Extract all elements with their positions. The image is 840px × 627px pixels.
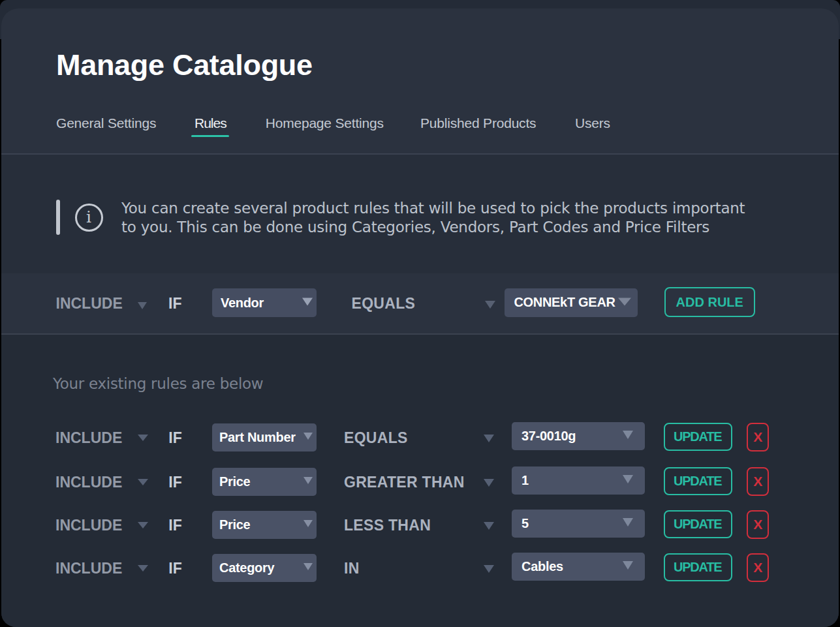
rule-include-label[interactable]: INCLUDE bbox=[55, 474, 122, 491]
rule-if-label: IF bbox=[168, 517, 181, 534]
rule-field-caret-icon bbox=[303, 563, 313, 572]
rule-value-caret-icon bbox=[623, 431, 633, 441]
update-rule-button[interactable]: UPDATE bbox=[664, 553, 732, 582]
rule-field-caret-icon bbox=[303, 433, 313, 442]
rule-value-dropdown[interactable]: 1 bbox=[512, 466, 645, 495]
rule-value-dropdown[interactable]: 5 bbox=[512, 510, 645, 538]
rule-value-value: 37-0010g bbox=[521, 429, 576, 444]
tab-published-products[interactable]: Published Products bbox=[420, 115, 536, 131]
rule-operator-caret-icon[interactable] bbox=[484, 479, 494, 489]
rule-include-caret-icon[interactable] bbox=[138, 565, 148, 573]
builder-value-caret-icon bbox=[618, 298, 631, 307]
rule-include-label[interactable]: INCLUDE bbox=[55, 517, 122, 534]
delete-rule-button-label: X bbox=[753, 560, 762, 575]
builder-field-value: Vendor bbox=[221, 296, 264, 311]
update-rule-button[interactable]: UPDATE bbox=[664, 510, 732, 539]
update-rule-button-label: UPDATE bbox=[674, 560, 722, 575]
rule-value-caret-icon bbox=[623, 561, 633, 572]
page-title: Manage Catalogue bbox=[56, 48, 313, 82]
rule-include-label[interactable]: INCLUDE bbox=[55, 560, 122, 577]
delete-rule-button-label: X bbox=[753, 474, 762, 489]
delete-rule-button[interactable]: X bbox=[747, 510, 769, 539]
builder-include-caret-icon[interactable] bbox=[138, 302, 147, 311]
rule-operator-label[interactable]: GREATER THAN bbox=[344, 474, 465, 491]
rule-include-label[interactable]: INCLUDE bbox=[55, 429, 122, 447]
add-rule-button-label: ADD RULE bbox=[676, 295, 743, 310]
rule-field-dropdown[interactable]: Price bbox=[212, 468, 317, 496]
rule-value-value: Cables bbox=[521, 559, 563, 574]
update-rule-button[interactable]: UPDATE bbox=[664, 467, 732, 496]
delete-rule-button-label: X bbox=[753, 517, 762, 532]
info-accent-bar bbox=[56, 200, 60, 235]
rule-include-caret-icon[interactable] bbox=[138, 435, 148, 443]
delete-rule-button[interactable]: X bbox=[747, 423, 769, 451]
tab-homepage-settings[interactable]: Homepage Settings bbox=[266, 115, 384, 131]
rule-field-value: Price bbox=[219, 517, 250, 532]
window: Manage Catalogue General Settings Rules … bbox=[0, 0, 840, 627]
rule-field-caret-icon bbox=[303, 477, 313, 486]
tab-users[interactable]: Users bbox=[575, 115, 610, 131]
rule-operator-label[interactable]: EQUALS bbox=[344, 429, 408, 447]
delete-rule-button[interactable]: X bbox=[747, 467, 769, 496]
rule-value-caret-icon bbox=[623, 475, 633, 485]
builder-if-label: IF bbox=[168, 295, 181, 313]
rule-operator-caret-icon[interactable] bbox=[484, 565, 494, 575]
rule-field-dropdown[interactable]: Price bbox=[212, 511, 317, 539]
update-rule-button[interactable]: UPDATE bbox=[664, 423, 732, 451]
delete-rule-button-label: X bbox=[753, 429, 762, 445]
rule-field-dropdown[interactable]: Part Number bbox=[212, 423, 317, 451]
tab-general-settings[interactable]: General Settings bbox=[56, 115, 156, 131]
info-text-line1: You can create several product rules tha… bbox=[121, 199, 745, 219]
rule-if-label: IF bbox=[168, 560, 181, 577]
update-rule-button-label: UPDATE bbox=[674, 474, 722, 489]
rule-field-value: Part Number bbox=[219, 430, 296, 445]
info-text: You can create several product rules tha… bbox=[121, 199, 745, 237]
rule-operator-label[interactable]: LESS THAN bbox=[344, 517, 431, 534]
rule-value-value: 1 bbox=[521, 473, 529, 488]
rule-operator-label[interactable]: IN bbox=[344, 560, 360, 577]
builder-operator-caret-icon[interactable] bbox=[485, 301, 495, 311]
rule-operator-caret-icon[interactable] bbox=[484, 522, 494, 532]
rule-value-value: 5 bbox=[521, 516, 529, 531]
rule-field-value: Price bbox=[219, 474, 250, 489]
builder-value-dropdown[interactable]: CONNEkT GEAR bbox=[505, 288, 638, 317]
update-rule-button-label: UPDATE bbox=[674, 429, 722, 444]
rule-value-dropdown[interactable]: 37-0010g bbox=[512, 422, 645, 450]
rule-if-label: IF bbox=[168, 429, 181, 447]
builder-operator-label[interactable]: EQUALS bbox=[352, 295, 416, 313]
rule-field-value: Category bbox=[219, 560, 274, 575]
info-text-line2: to you. This can be done using Categorie… bbox=[121, 218, 745, 237]
rule-include-caret-icon[interactable] bbox=[138, 479, 148, 487]
active-tab-underline bbox=[191, 135, 229, 137]
builder-include-label[interactable]: INCLUDE bbox=[56, 295, 123, 313]
rule-operator-caret-icon[interactable] bbox=[484, 435, 494, 444]
rule-field-dropdown[interactable]: Category bbox=[212, 554, 317, 582]
builder-field-dropdown[interactable]: Vendor bbox=[212, 288, 317, 317]
info-icon-glyph: i bbox=[86, 209, 91, 225]
delete-rule-button[interactable]: X bbox=[747, 553, 769, 582]
update-rule-button-label: UPDATE bbox=[674, 517, 722, 532]
rule-value-dropdown[interactable]: Cables bbox=[512, 553, 645, 581]
add-rule-button[interactable]: ADD RULE bbox=[664, 287, 756, 317]
builder-value-value: CONNEkT GEAR bbox=[514, 295, 615, 310]
rule-value-caret-icon bbox=[623, 518, 633, 528]
builder-field-caret-icon bbox=[302, 298, 313, 308]
rule-include-caret-icon[interactable] bbox=[138, 522, 148, 530]
tab-rules[interactable]: Rules bbox=[194, 115, 226, 131]
rule-if-label: IF bbox=[168, 474, 181, 491]
existing-rules-heading: Your existing rules are below bbox=[53, 375, 263, 392]
rule-field-caret-icon bbox=[303, 520, 313, 529]
info-icon: i bbox=[75, 204, 103, 232]
